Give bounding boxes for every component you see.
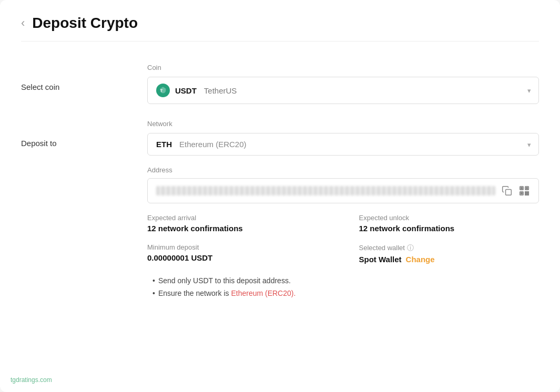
coin-field-label: Coin — [147, 64, 539, 71]
svg-rect-10 — [527, 192, 529, 193]
select-coin-row: Select coin Coin T USDT TetherUS ▾ — [21, 47, 539, 109]
wallet-value: Spot Wallet — [359, 255, 402, 264]
notice-highlight: Ethereum (ERC20). — [231, 289, 296, 297]
usdt-svg: T — [159, 86, 167, 95]
coin-chevron-icon: ▾ — [527, 87, 531, 95]
svg-rect-6 — [526, 188, 528, 189]
expected-unlock-label: Expected unlock — [359, 214, 539, 222]
select-coin-label: Select coin — [21, 64, 126, 91]
svg-text:T: T — [160, 88, 163, 93]
qr-code-button[interactable] — [518, 185, 530, 197]
back-button[interactable]: ‹ — [21, 17, 25, 29]
svg-rect-9 — [525, 192, 527, 193]
expected-unlock-value: 12 network confirmations — [359, 224, 539, 233]
qr-code-icon — [518, 185, 530, 197]
coin-select[interactable]: T USDT TetherUS ▾ — [147, 77, 539, 104]
expected-arrival-label: Expected arrival — [147, 214, 328, 222]
expected-unlock-item: Expected unlock 12 network confirmations — [359, 214, 539, 233]
notice-item-1: • Send only USDT to this deposit address… — [152, 276, 539, 285]
page-title: Deposit Crypto — [32, 15, 138, 32]
expected-arrival-item: Expected arrival 12 network confirmation… — [147, 214, 328, 233]
min-deposit-label: Minimum deposit — [147, 243, 328, 251]
svg-rect-5 — [521, 188, 523, 189]
coin-field-group: Coin T USDT TetherUS ▾ — [147, 64, 539, 104]
address-row — [147, 178, 539, 203]
deposit-crypto-card: ‹ Deposit Crypto Select coin Coin T USDT… — [0, 0, 560, 392]
notice-text-2: Ensure the network is Ethereum (ERC20). — [158, 289, 296, 297]
notice-text-1: Send only USDT to this deposit address. — [158, 276, 291, 285]
network-name: Ethereum (ERC20) — [179, 140, 247, 149]
page-content: Select coin Coin T USDT TetherUS ▾ — [21, 47, 539, 303]
coin-symbol: USDT — [175, 86, 197, 95]
watermark: tgdratings.com — [11, 376, 52, 384]
coin-name: TetherUS — [204, 86, 237, 95]
svg-rect-11 — [525, 194, 527, 195]
address-label: Address — [147, 166, 539, 174]
deposit-fields: Network ETH Ethereum (ERC20) ▾ Address — [147, 120, 539, 297]
min-deposit-value: 0.00000001 USDT — [147, 253, 328, 262]
page-header: ‹ Deposit Crypto — [21, 15, 539, 42]
svg-rect-7 — [521, 193, 523, 194]
network-symbol: ETH — [156, 140, 172, 149]
min-deposit-item: Minimum deposit 0.00000001 USDT — [147, 243, 328, 264]
info-grid: Expected arrival 12 network confirmation… — [147, 214, 539, 264]
network-select[interactable]: ETH Ethereum (ERC20) ▾ — [147, 133, 539, 156]
deposit-to-row: Deposit to Network ETH Ethereum (ERC20) … — [21, 109, 539, 303]
usdt-icon: T — [156, 84, 170, 97]
network-field-label: Network — [147, 120, 539, 128]
copy-button[interactable] — [502, 185, 512, 196]
network-field-group: Network ETH Ethereum (ERC20) ▾ — [147, 120, 539, 156]
copy-icon — [502, 185, 512, 196]
wallet-value-row: Spot Wallet Change — [359, 255, 539, 264]
selected-wallet-item: Selected wallet ⓘ Spot Wallet Change — [359, 243, 539, 264]
notice-item-2: • Ensure the network is Ethereum (ERC20)… — [152, 289, 539, 297]
address-blurred-value — [156, 186, 495, 195]
wallet-info-icon: ⓘ — [407, 244, 414, 252]
selected-wallet-label: Selected wallet ⓘ — [359, 243, 539, 253]
deposit-to-label: Deposit to — [21, 120, 126, 148]
change-wallet-link[interactable]: Change — [406, 255, 435, 264]
network-chevron-icon: ▾ — [527, 140, 531, 148]
svg-rect-1 — [506, 190, 512, 195]
notices-list: • Send only USDT to this deposit address… — [147, 276, 539, 297]
address-section: Address — [147, 166, 539, 203]
svg-rect-12 — [527, 194, 529, 195]
expected-arrival-value: 12 network confirmations — [147, 224, 328, 233]
